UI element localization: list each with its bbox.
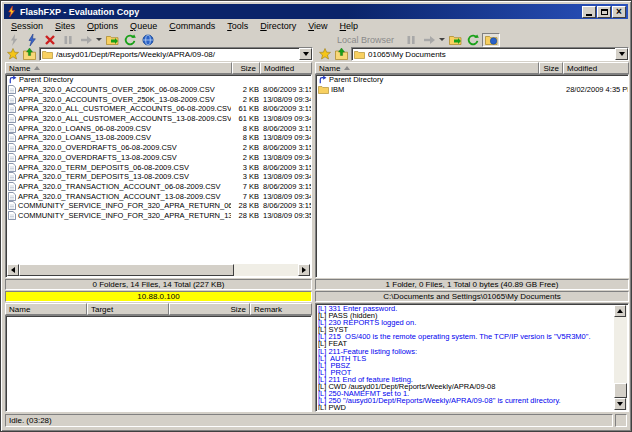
remote-path-dropdown-icon[interactable] (299, 48, 312, 60)
resize-grip[interactable] (615, 414, 627, 427)
maximize-button[interactable] (597, 6, 611, 18)
folder-icon (318, 85, 329, 94)
folder-transfer-icon[interactable] (103, 33, 121, 47)
remote-file-row[interactable]: APRA_320.0_OVERDRAFTS_13-08-2009.CSV 2 K… (6, 153, 311, 163)
refresh-icon[interactable] (121, 33, 139, 47)
local-transfer-dropdown-icon[interactable] (438, 33, 446, 47)
scrollbar-thumb[interactable] (19, 264, 234, 276)
queue-column-remark[interactable]: Remark (250, 303, 312, 315)
parent-directory-row[interactable]: Parent Directory (6, 75, 311, 85)
sort-asc-icon (344, 66, 350, 70)
local-path-combobox[interactable]: 01065\My Documents (351, 47, 629, 61)
local-favorites-star-icon[interactable] (319, 48, 332, 60)
remote-file-row[interactable]: APRA_320.0_TERM_DEPOSITS_06-08-2009.CSV … (6, 162, 311, 172)
remote-file-row[interactable]: APRA_320.0_LOANS_13-08-2009.CSV 8 KB 13/… (6, 133, 311, 143)
local-status-counts: 1 Folder, 0 Files, 1 Total 0 bytes (40.8… (315, 279, 629, 290)
local-transfer-icon[interactable] (420, 33, 438, 47)
remote-file-row[interactable]: APRA_320.0_LOANS_06-08-2009.CSV 8 KB 8/0… (6, 123, 311, 133)
scroll-left-icon[interactable] (7, 264, 19, 276)
menu-item[interactable]: Commands (163, 21, 221, 31)
menu-item[interactable]: Directory (254, 21, 302, 31)
menu-item[interactable]: View (302, 21, 333, 31)
menu-item[interactable]: Help (334, 21, 365, 31)
remote-file-row[interactable]: APRA_320.0_ALL_CUSTOMER_ACCOUNTS_13-08-2… (6, 114, 311, 124)
scroll-down-icon[interactable] (614, 398, 626, 410)
quick-connect-icon[interactable] (23, 33, 41, 47)
log-line: [L] PBSZ (318, 362, 614, 369)
local-column-name[interactable]: Name (315, 62, 539, 74)
local-refresh-icon[interactable] (464, 33, 482, 47)
titlebar[interactable]: FlashFXP - Evaluation Copy × (4, 4, 628, 19)
remote-file-row[interactable]: APRA_320.0_TRANSACTION_ACCOUNT_13-08-200… (6, 191, 311, 201)
remote-column-name[interactable]: Name (5, 62, 232, 74)
remote-up-directory-icon[interactable] (23, 48, 36, 60)
close-button[interactable]: × (612, 6, 626, 18)
log-line: [L] 215 OS/400 is the remote operating s… (318, 333, 614, 340)
local-column-modified[interactable]: Modified (563, 62, 629, 74)
remote-favorites-star-icon[interactable] (7, 48, 20, 60)
local-up-directory-icon[interactable] (335, 48, 348, 60)
remote-host-bar: 10.88.0.100 (5, 291, 312, 302)
menu-item[interactable]: Sites (49, 21, 81, 31)
log-vertical-scrollbar[interactable] (614, 305, 627, 410)
statusbar: Idle. (03:28) (5, 414, 627, 427)
queue-column-target[interactable]: Target (87, 303, 169, 315)
session-log[interactable]: [L] 331 Enter password.[L] PASS (hidden)… (315, 303, 629, 412)
local-path-dropdown-icon[interactable] (615, 48, 628, 60)
pause-queue-icon[interactable] (59, 33, 77, 47)
file-icon (8, 104, 16, 113)
menu-item[interactable]: Queue (124, 21, 163, 31)
connect-icon[interactable] (5, 33, 23, 47)
abort-icon[interactable] (41, 33, 59, 47)
queue-column-name[interactable]: Name (5, 303, 87, 315)
remote-pane: Name Size Modified Parent Directory (5, 62, 312, 412)
menu-item[interactable]: Session (5, 21, 49, 31)
parent-directory-row[interactable]: Parent Directory (316, 75, 628, 85)
remote-column-size[interactable]: Size (232, 62, 260, 74)
scrollbar-thumb[interactable] (614, 383, 627, 398)
status-text: Idle. (03:28) (5, 414, 613, 427)
flashfxp-window: FlashFXP - Evaluation Copy × SessionSite… (0, 0, 632, 432)
remote-file-row[interactable]: APRA_320.0_TRANSACTION_ACCOUNT_06-08-200… (6, 182, 311, 192)
file-icon (8, 153, 16, 162)
remote-file-row[interactable]: APRA_320.0_ACCOUNTS_OVER_250K_13-08-2009… (6, 94, 311, 104)
local-path-value: 01065\My Documents (368, 50, 615, 59)
local-folder-transfer-icon[interactable] (446, 33, 464, 47)
folder-view-icon[interactable] (482, 33, 500, 47)
local-pause-icon[interactable] (402, 33, 420, 47)
file-icon (8, 133, 16, 142)
scroll-up-icon[interactable] (614, 305, 626, 317)
local-column-size[interactable]: Size (539, 62, 563, 74)
log-line: [L] 230 REPORTS logged on. (318, 319, 614, 326)
file-icon (8, 192, 16, 201)
remote-column-modified[interactable]: Modified (260, 62, 312, 74)
remote-file-row[interactable]: COMMUNITY_SERVICE_INFO_FOR_320_APRA_RETU… (6, 201, 311, 211)
scroll-right-icon[interactable] (298, 264, 310, 276)
window-title: FlashFXP - Evaluation Copy (20, 7, 581, 17)
menu-item[interactable]: Options (81, 21, 124, 31)
file-icon (8, 143, 16, 152)
local-folder-row[interactable]: IBM 28/02/2009 4:35 PM (316, 85, 628, 95)
remote-file-row[interactable]: APRA_320.0_OVERDRAFTS_06-08-2009.CSV 2 K… (6, 143, 311, 153)
menu-item[interactable]: Tools (221, 21, 254, 31)
remote-path-combobox[interactable]: /ausyd01/Dept/Reports/Weekly/APRA/09-08/ (39, 47, 313, 61)
local-file-list: Parent Directory IBM 28/02/2009 4:35 PM (315, 74, 629, 278)
parent-directory-icon (8, 75, 17, 84)
local-column-header: Name Size Modified (315, 62, 629, 74)
remote-file-row[interactable]: COMMUNITY_SERVICE_INFO_FOR_320_APRA_RETU… (6, 211, 311, 221)
remote-file-row[interactable]: APRA_320.0_ALL_CUSTOMER_ACCOUNTS_06-08-2… (6, 104, 311, 114)
remote-path-value: /ausyd01/Dept/Reports/Weekly/APRA/09-08/ (56, 50, 299, 59)
site-manager-icon[interactable] (139, 33, 157, 47)
remote-file-row[interactable]: APRA_320.0_ACCOUNTS_OVER_250K_06-08-2009… (6, 85, 311, 95)
transfer-queue-icon[interactable] (77, 33, 95, 47)
file-icon (8, 201, 16, 210)
folder-icon (42, 50, 53, 59)
queue-list[interactable] (5, 315, 312, 412)
transfer-dropdown-icon[interactable] (95, 33, 103, 47)
path-row: /ausyd01/Dept/Reports/Weekly/APRA/09-08/… (5, 47, 627, 61)
minimize-button[interactable] (582, 6, 596, 18)
remote-file-row[interactable]: APRA_320.0_TERM_DEPOSITS_13-08-2009.CSV … (6, 172, 311, 182)
file-icon (8, 172, 16, 181)
remote-horizontal-scrollbar[interactable] (7, 264, 310, 276)
queue-column-size[interactable]: Size (169, 303, 250, 315)
